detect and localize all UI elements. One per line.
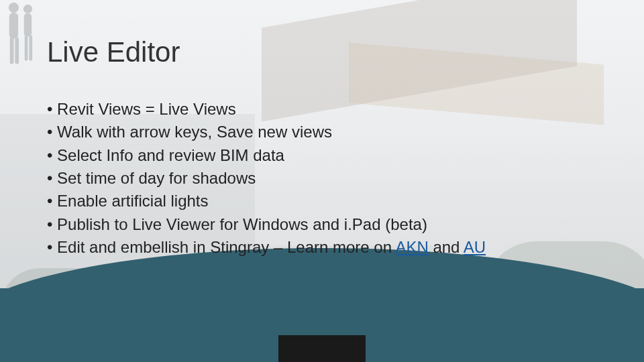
slide-content: Live Editor Revit Views = Live Views Wal… (0, 0, 644, 362)
bullet-text: Revit Views = Live Views (57, 100, 236, 118)
bullet-list: Revit Views = Live Views Walk with arrow… (47, 98, 644, 259)
bullet-text: Publish to Live Viewer for Windows and i… (57, 215, 427, 233)
link-au[interactable]: AU (464, 238, 486, 256)
slide-title: Live Editor (47, 36, 644, 68)
bullet-text: Select Info and review BIM data (57, 146, 284, 164)
list-item: Walk with arrow keys, Save new views (47, 121, 644, 143)
list-item: Enable artificial lights (47, 190, 644, 213)
list-item: Publish to Live Viewer for Windows and i… (47, 213, 644, 236)
bullet-text: and (429, 238, 464, 256)
bullet-text: Enable artificial lights (57, 192, 208, 210)
bullet-text: Edit and embellish in Stingray – Learn m… (57, 238, 395, 256)
list-item: Revit Views = Live Views (47, 98, 644, 121)
bullet-text: Walk with arrow keys, Save new views (57, 123, 332, 141)
bullet-text: Set time of day for shadows (57, 169, 256, 187)
link-akn[interactable]: AKN (395, 238, 428, 256)
list-item: Edit and embellish in Stingray – Learn m… (47, 236, 644, 259)
list-item: Set time of day for shadows (47, 167, 644, 190)
list-item: Select Info and review BIM data (47, 144, 644, 167)
